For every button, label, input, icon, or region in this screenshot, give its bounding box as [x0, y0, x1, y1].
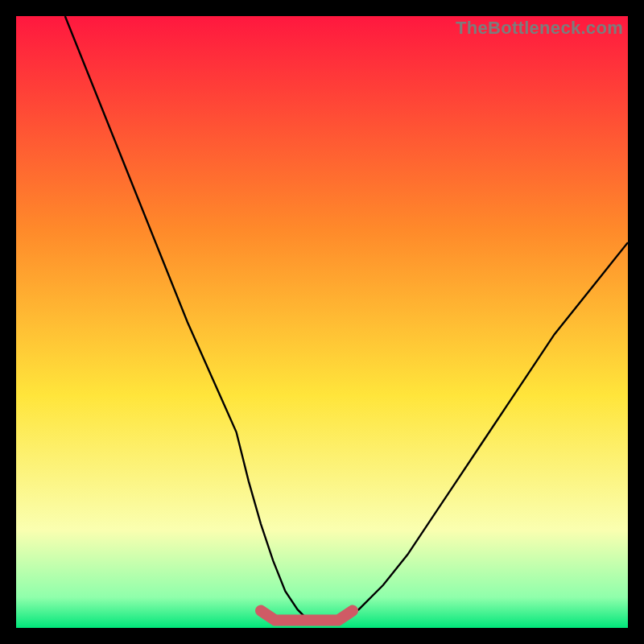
bottleneck-chart — [16, 16, 628, 628]
watermark-label: TheBottleneck.com — [456, 18, 623, 39]
chart-frame: TheBottleneck.com — [16, 16, 628, 628]
gradient-bg — [16, 16, 628, 628]
